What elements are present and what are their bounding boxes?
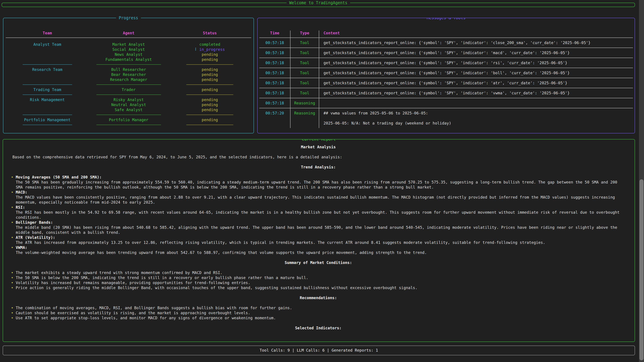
group-separator: [5, 62, 252, 67]
bullet-icon: •: [11, 286, 16, 290]
bullet-icon: •: [11, 276, 16, 280]
time-cell: 00:57:18: [259, 58, 290, 68]
separator-line: [23, 64, 72, 65]
status-cell: pending: [168, 107, 252, 112]
progress-panel-title: Progress: [116, 15, 141, 20]
message-row: 00:57:18Toolget_stockstats_indicators_re…: [259, 88, 633, 98]
bullet-icon: •: [11, 220, 16, 225]
bullet-text: The 50 SMA has been gradually increasing…: [16, 180, 626, 190]
bullet-text: Volatility has increased but remains man…: [16, 281, 250, 285]
messages-panel-title: Messages & Tools: [424, 18, 468, 20]
agent-cell: Trader: [89, 87, 168, 92]
bullet-text: The RSI has been mostly in the 54.92 to …: [16, 210, 626, 220]
type-cell: Reasoning: [290, 98, 319, 108]
team-cell: Portfolio Management: [5, 117, 89, 122]
progress-panel: Progress Team Agent Status Analyst TeamM…: [3, 18, 254, 133]
separator-segment: [89, 125, 168, 125]
report-panel-title: Current Report: [299, 139, 338, 142]
team-cell: Research Team: [5, 67, 89, 72]
bullet-icon: •: [11, 271, 16, 275]
message-row: 00:57:18Toolget_stockstats_indicators_re…: [259, 68, 633, 78]
content-cell: get_stockstats_indicators_report_online:…: [319, 78, 633, 88]
separator-segment: [5, 64, 89, 65]
separator-line: [186, 64, 233, 65]
agent-cell: News Analyst: [89, 52, 168, 57]
team-cell: [5, 102, 89, 107]
team-cell: [5, 72, 89, 77]
type-cell: Tool: [290, 78, 319, 88]
progress-table-header: Team Agent Status: [5, 30, 252, 35]
bullet-label: MACD:: [16, 190, 27, 194]
content-cell: ## vwma values from 2025-05-06 to 2025-0…: [319, 108, 633, 128]
separator-segment: [168, 94, 252, 95]
bullet-icon: •: [11, 245, 16, 250]
bullet-text: The volume-weighted moving average has b…: [16, 250, 626, 255]
column-header-team: Team: [5, 30, 89, 35]
status-cell: pending: [168, 97, 252, 102]
agent-cell: Portfolio Manager: [89, 117, 168, 122]
stats-footer: Tool Calls: 9 | LLM Calls: 6 | Generated…: [3, 346, 635, 355]
separator-line: [186, 125, 233, 125]
bullet-item: • RSI:: [11, 205, 626, 210]
messages-table: Time Type Content 00:57:18Toolget_stocks…: [258, 18, 634, 128]
status-cell: pending: [168, 57, 252, 62]
progress-table: Team Agent Status Analyst TeamMarket Ana…: [3, 18, 254, 127]
progress-row: Safe Analystpending: [5, 107, 252, 112]
section-heading: Recommendations:: [11, 295, 626, 300]
separator-segment: [168, 64, 252, 65]
separator-line: [96, 115, 161, 115]
progress-row: Analyst TeamMarket Analystcompleted: [5, 42, 252, 47]
separator-segment: [89, 64, 168, 65]
progress-row: Fundamentals Analystpending: [5, 57, 252, 62]
agent-cell: Market Analyst: [89, 42, 168, 47]
time-cell: 00:57:18: [259, 38, 290, 48]
time-cell: 00:57:18: [259, 48, 290, 58]
bullet-text: The combination of moving averages, MACD…: [16, 306, 292, 310]
status-cell: pending: [168, 102, 252, 107]
tradingagents-terminal: { "banner": { "title": "Welcome to Tradi…: [0, 0, 644, 362]
bullet-icon: •: [11, 205, 16, 210]
team-cell: Analyst Team: [5, 42, 89, 47]
separator-segment: [5, 125, 89, 125]
agent-cell: Fundamentals Analyst: [89, 57, 168, 62]
scrollbar-thumb[interactable]: [640, 179, 644, 360]
bullet-item: • The market exhibits a steady upward tr…: [11, 270, 626, 275]
bullet-label: VWMA:: [16, 245, 27, 250]
column-header-type: Type: [290, 30, 319, 37]
separator-segment: [5, 84, 89, 85]
stats-text: Tool Calls: 9 | LLM Calls: 6 | Generated…: [260, 348, 378, 353]
separator-line: [96, 84, 161, 85]
agent-cell: Social Analyst: [89, 47, 168, 52]
current-report-panel: Current Report Market Analysis Based on …: [3, 139, 635, 342]
bullet-icon: •: [11, 281, 16, 285]
status-cell: pending: [168, 67, 252, 72]
bullet-icon: •: [11, 316, 16, 320]
progress-row: Trading TeamTraderpending: [5, 87, 252, 92]
separator-line: [186, 84, 233, 85]
separator-line: [96, 125, 161, 125]
bullet-text: The 50 SMA is below the 200 SMA, indicat…: [16, 276, 308, 280]
content-cell: get_stockstats_indicators_report_online:…: [319, 38, 633, 48]
separator-line: [23, 115, 72, 115]
report-main-heading: Market Analysis: [11, 144, 626, 149]
separator-segment: [168, 115, 252, 115]
progress-rows: Analyst TeamMarket AnalystcompletedSocia…: [5, 42, 252, 127]
time-cell: 00:57:18: [259, 68, 290, 78]
agent-cell: Bull Researcher: [89, 67, 168, 72]
separator-segment: [89, 94, 168, 95]
bullet-text: The middle band (20 SMA) has been rising…: [16, 225, 626, 235]
group-separator: [5, 92, 252, 97]
section-heading: Summary of Market Conditions:: [11, 260, 626, 265]
content-cell: get_stockstats_indicators_report_online:…: [319, 68, 633, 78]
agent-cell: Risky Analyst: [89, 97, 168, 102]
bullet-item: • Bollinger Bands:: [11, 220, 626, 225]
welcome-banner: Welcome to TradingAgents: [2, 3, 635, 7]
bullet-icon: •: [11, 175, 16, 179]
separator-segment: [5, 94, 89, 95]
bullet-item: • Caution should be exercised as volatil…: [11, 310, 626, 316]
messages-rows: 00:57:18Toolget_stockstats_indicators_re…: [259, 38, 633, 128]
column-header-status: Status: [168, 30, 252, 35]
status-cell: pending: [168, 117, 252, 122]
bullet-text: The MACD values have been consistently p…: [16, 195, 626, 205]
bullet-text: Use ATR to set appropriate stop-loss lev…: [16, 316, 276, 320]
